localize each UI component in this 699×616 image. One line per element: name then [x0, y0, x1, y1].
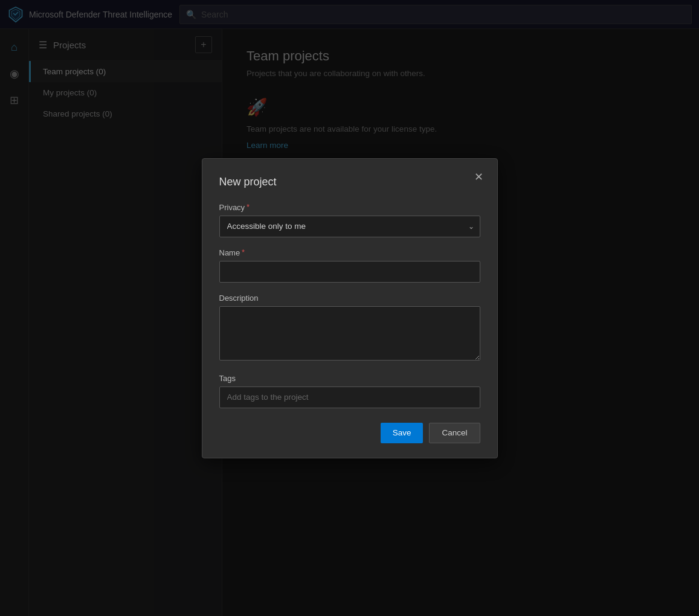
privacy-required-star: * — [246, 203, 250, 211]
tags-field-group: Tags — [219, 374, 480, 408]
privacy-field-group: Privacy * Accessible only to me Shared T… — [219, 203, 480, 237]
new-project-modal: New project ✕ Privacy * Accessible only … — [202, 158, 498, 458]
privacy-select[interactable]: Accessible only to me Shared Team — [219, 216, 480, 237]
tags-input[interactable] — [219, 387, 480, 408]
privacy-label: Privacy * — [219, 203, 480, 212]
privacy-select-wrapper: Accessible only to me Shared Team ⌄ — [219, 216, 480, 237]
modal-overlay: New project ✕ Privacy * Accessible only … — [0, 0, 699, 616]
modal-close-button[interactable]: ✕ — [471, 168, 488, 185]
cancel-button[interactable]: Cancel — [429, 423, 480, 443]
save-button[interactable]: Save — [381, 423, 424, 443]
name-label: Name * — [219, 248, 480, 257]
description-textarea[interactable] — [219, 306, 480, 361]
modal-footer: Save Cancel — [219, 423, 480, 443]
name-input[interactable] — [219, 261, 480, 283]
tags-label: Tags — [219, 374, 480, 383]
modal-title: New project — [219, 176, 480, 188]
name-required-star: * — [242, 248, 245, 257]
description-field-group: Description — [219, 294, 480, 363]
name-field-group: Name * — [219, 248, 480, 283]
description-label: Description — [219, 294, 480, 303]
